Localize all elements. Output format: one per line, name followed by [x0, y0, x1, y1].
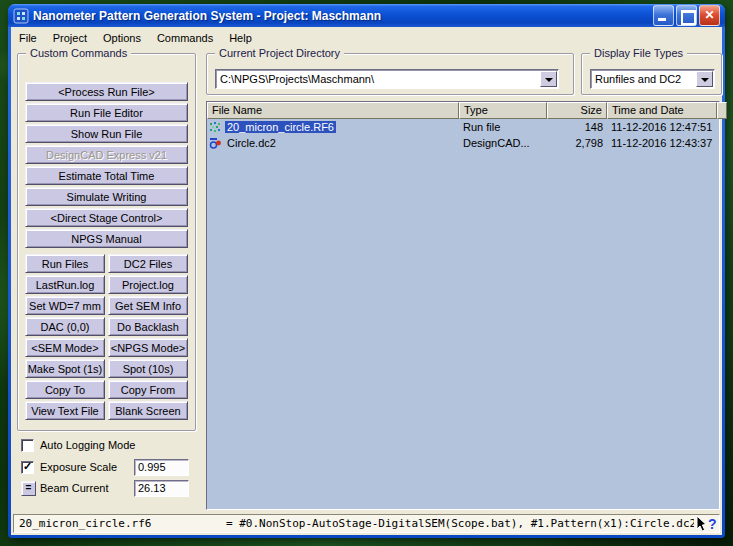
dc2-files-button[interactable]: DC2 Files — [108, 254, 188, 273]
exposure-scale-field[interactable]: 0.995 — [134, 459, 189, 476]
auto-logging-checkbox[interactable] — [21, 439, 34, 452]
file-row-dc2[interactable]: Circle.dc2 DesignCAD... 2,798 11-12-2016… — [207, 135, 719, 151]
file-name[interactable]: 20_micron_circle.RF6 — [225, 121, 336, 133]
run-file-editor-button[interactable]: Run File Editor — [25, 103, 188, 122]
auto-logging-label: Auto Logging Mode — [40, 439, 135, 451]
get-sem-info-button[interactable]: Get SEM Info — [108, 296, 188, 315]
menu-project[interactable]: Project — [45, 29, 95, 47]
status-bar: 20_micron_circle.rf6 = #0.NonStop-AutoSt… — [13, 514, 720, 533]
menu-options[interactable]: Options — [95, 29, 149, 47]
estimate-total-time-button[interactable]: Estimate Total Time — [25, 166, 188, 185]
window-client-area: File Project Options Commands Help Custo… — [11, 27, 722, 535]
custom-commands-title: Custom Commands — [26, 47, 131, 59]
exposure-scale-label: Exposure Scale — [40, 461, 117, 473]
beam-current-label: Beam Current — [40, 482, 108, 494]
spot-10s-button[interactable]: Spot (10s) — [108, 359, 188, 378]
file-list-header: File Name Type Size Time and Date — [207, 102, 719, 119]
chevron-down-icon[interactable] — [696, 71, 713, 87]
npgs-mode-button[interactable]: <NPGS Mode> — [108, 338, 188, 357]
exposure-scale-row: Exposure Scale 0.995 — [21, 458, 189, 476]
auto-logging-row: Auto Logging Mode — [21, 436, 189, 454]
display-file-types-group: Display File Types Runfiles and DC2 — [581, 53, 722, 95]
column-header-date[interactable]: Time and Date — [607, 102, 717, 119]
display-file-types-value: Runfiles and DC2 — [591, 73, 695, 85]
beam-current-equals-button[interactable]: = — [21, 481, 36, 496]
column-header-filler — [717, 102, 727, 119]
beam-current-field[interactable]: 26.13 — [134, 480, 189, 497]
designcad-express-button: DesignCAD Express v21 — [25, 145, 188, 164]
project-directory-group: Current Project Directory C:\NPGS\Projec… — [206, 53, 574, 95]
view-text-file-button[interactable]: View Text File — [25, 401, 105, 420]
file-size: 148 — [547, 121, 607, 133]
designcad-file-icon — [209, 137, 223, 150]
display-file-types-combobox[interactable]: Runfiles and DC2 — [590, 69, 715, 89]
project-directory-title: Current Project Directory — [215, 47, 344, 59]
file-size: 2,798 — [547, 137, 607, 149]
minimize-button[interactable] — [653, 5, 674, 26]
command-button-stack: <Process Run File> Run File Editor Show … — [25, 82, 188, 248]
direct-stage-control-button[interactable]: <Direct Stage Control> — [25, 208, 188, 227]
copy-from-button[interactable]: Copy From — [108, 380, 188, 399]
column-header-size[interactable]: Size — [547, 102, 607, 119]
help-cursor-icon: ? — [694, 515, 718, 533]
project-log-button[interactable]: Project.log — [108, 275, 188, 294]
app-icon — [13, 8, 29, 24]
blank-screen-button[interactable]: Blank Screen — [108, 401, 188, 420]
file-date: 11-12-2016 12:43:37 — [607, 137, 717, 149]
npgs-manual-button[interactable]: NPGS Manual — [25, 229, 188, 248]
project-directory-combobox[interactable]: C:\NPGS\Projects\Maschmann\ — [215, 69, 559, 89]
copy-to-button[interactable]: Copy To — [25, 380, 105, 399]
column-header-file-name[interactable]: File Name — [207, 102, 459, 119]
menu-bar: File Project Options Commands Help — [11, 27, 722, 48]
command-button-grid: Run Files DC2 Files LastRun.log Project.… — [25, 254, 188, 420]
desktop-background: Nanometer Pattern Generation System - Pr… — [0, 0, 733, 546]
run-files-button[interactable]: Run Files — [25, 254, 105, 273]
window-title: Nanometer Pattern Generation System - Pr… — [33, 9, 651, 23]
app-window: Nanometer Pattern Generation System - Pr… — [8, 4, 725, 538]
file-list: File Name Type Size Time and Date — [206, 101, 720, 510]
maximize-button[interactable] — [676, 5, 697, 26]
display-file-types-title: Display File Types — [590, 47, 687, 59]
do-backlash-button[interactable]: Do Backlash — [108, 317, 188, 336]
menu-help[interactable]: Help — [221, 29, 260, 47]
close-button[interactable] — [699, 5, 720, 26]
lastrun-log-button[interactable]: LastRun.log — [25, 275, 105, 294]
process-run-file-button[interactable]: <Process Run File> — [25, 82, 188, 101]
dac-button[interactable]: DAC (0,0) — [25, 317, 105, 336]
chevron-down-icon[interactable] — [540, 71, 557, 87]
simulate-writing-button[interactable]: Simulate Writing — [25, 187, 188, 206]
file-type: DesignCAD... — [459, 137, 547, 149]
svg-text:?: ? — [708, 516, 717, 532]
menu-file[interactable]: File — [11, 29, 45, 47]
file-row-runfile[interactable]: 20_micron_circle.RF6 Run file 148 11-12-… — [207, 119, 719, 135]
show-run-file-button[interactable]: Show Run File — [25, 124, 188, 143]
menu-commands[interactable]: Commands — [149, 29, 221, 47]
file-date: 11-12-2016 12:47:51 — [607, 121, 717, 133]
custom-commands-group: Custom Commands <Process Run File> Run F… — [17, 53, 196, 431]
file-name[interactable]: Circle.dc2 — [225, 137, 278, 149]
status-entity-info: = #0.NonStop-AutoStage-DigitalSEM(Scope.… — [226, 517, 694, 530]
sem-mode-button[interactable]: <SEM Mode> — [25, 338, 105, 357]
window-titlebar[interactable]: Nanometer Pattern Generation System - Pr… — [8, 4, 725, 27]
column-header-type[interactable]: Type — [459, 102, 547, 119]
status-current-file: 20_micron_circle.rf6 — [14, 517, 226, 530]
project-directory-value: C:\NPGS\Projects\Maschmann\ — [216, 73, 539, 85]
file-type: Run file — [459, 121, 547, 133]
beam-current-row: = Beam Current 26.13 — [21, 479, 189, 497]
run-file-icon — [209, 121, 223, 134]
exposure-scale-checkbox[interactable] — [21, 461, 34, 474]
make-spot-button[interactable]: Make Spot (1s) — [25, 359, 105, 378]
set-wd-button[interactable]: Set WD=7 mm — [25, 296, 105, 315]
